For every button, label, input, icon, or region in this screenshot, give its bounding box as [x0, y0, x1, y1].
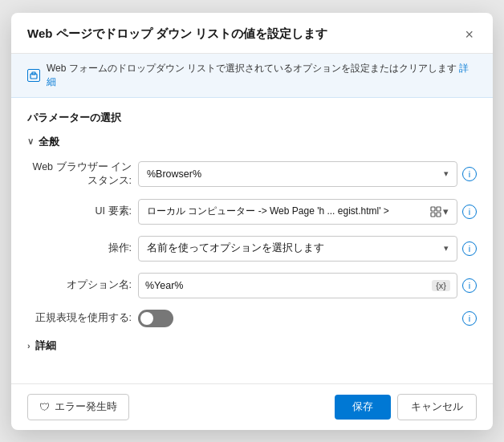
general-label: 全般 [39, 135, 59, 149]
action-row: 操作: 名前を使ってオプションを選択します ▾ i [27, 236, 477, 262]
ui-control: ローカル コンピューター -> Web Page 'h ... egist.ht… [138, 199, 477, 225]
action-info-icon[interactable]: i [462, 241, 477, 256]
content: パラメーターの選択 ∨ 全般 Web ブラウザー インスタンス: %Browse… [11, 98, 493, 383]
option-row: オプション名: %Year% {x} i [27, 273, 477, 298]
regex-row: 正規表現を使用する: i [27, 310, 477, 327]
ui-value: ローカル コンピューター -> Web Page 'h ... egist.ht… [147, 205, 389, 218]
action-label: 操作: [27, 241, 132, 255]
regex-toggle[interactable] [138, 310, 173, 327]
general-collapse[interactable]: ∨ 全般 [27, 135, 477, 149]
close-button[interactable]: × [461, 26, 477, 43]
browser-arrow: ▾ [444, 168, 449, 179]
action-control: 名前を使ってオプションを選択します ▾ i [138, 236, 477, 262]
regex-label: 正規表現を使用する: [27, 311, 132, 325]
regex-control: i [138, 310, 477, 327]
option-label: オプション名: [27, 278, 132, 292]
info-bar-icon [27, 69, 40, 82]
details-collapse[interactable]: › 詳細 [27, 339, 477, 353]
option-info-icon[interactable]: i [462, 278, 477, 293]
browser-control: %Browser% ▾ i [138, 161, 477, 187]
shield-icon: 🛡 [39, 401, 50, 413]
svg-rect-3 [437, 207, 441, 211]
svg-rect-2 [431, 207, 435, 211]
option-tag: {x} [432, 280, 450, 291]
ui-row: UI 要素: ローカル コンピューター -> Web Page 'h ... e… [27, 199, 477, 225]
toggle-knob [140, 312, 153, 325]
regex-info-icon[interactable]: i [462, 311, 477, 326]
details-label: 詳細 [35, 339, 56, 353]
dialog-title: Web ページでドロップ ダウン リストの値を設定します [27, 26, 327, 42]
option-control: %Year% {x} i [138, 273, 477, 298]
ui-label: UI 要素: [27, 205, 132, 218]
browser-label: Web ブラウザー インスタンス: [27, 160, 132, 188]
info-bar: Web フォームのドロップダウン リストで選択されているオプションを設定またはク… [11, 54, 493, 98]
chevron-right-icon: › [27, 341, 30, 351]
svg-rect-5 [437, 213, 441, 217]
error-button[interactable]: 🛡 エラー発生時 [27, 394, 129, 420]
info-bar-text: Web フォームのドロップダウン リストで選択されているオプションを設定またはク… [47, 62, 477, 89]
chevron-down-icon: ∨ [27, 136, 34, 147]
browser-select[interactable]: %Browser% ▾ [138, 161, 457, 187]
section-title: パラメーターの選択 [27, 111, 477, 125]
save-button[interactable]: 保存 [335, 395, 391, 420]
action-arrow: ▾ [444, 243, 449, 253]
footer-right: 保存 キャンセル [335, 394, 477, 420]
option-input[interactable]: %Year% {x} [138, 273, 457, 298]
dialog: Web ページでドロップ ダウン リストの値を設定します × Web フォームの… [11, 13, 493, 430]
title-bar: Web ページでドロップ ダウン リストの値を設定します × [11, 13, 493, 54]
ui-info-icon[interactable]: i [462, 205, 477, 219]
ui-icon: ▾ [430, 205, 449, 217]
browser-row: Web ブラウザー インスタンス: %Browser% ▾ i [27, 160, 477, 188]
footer-left: 🛡 エラー発生時 [27, 394, 129, 420]
footer: 🛡 エラー発生時 保存 キャンセル [11, 383, 493, 430]
cancel-button[interactable]: キャンセル [397, 394, 477, 420]
ui-select[interactable]: ローカル コンピューター -> Web Page 'h ... egist.ht… [138, 199, 457, 225]
svg-rect-4 [431, 213, 435, 217]
browser-info-icon[interactable]: i [462, 167, 477, 181]
action-select[interactable]: 名前を使ってオプションを選択します ▾ [138, 236, 457, 262]
